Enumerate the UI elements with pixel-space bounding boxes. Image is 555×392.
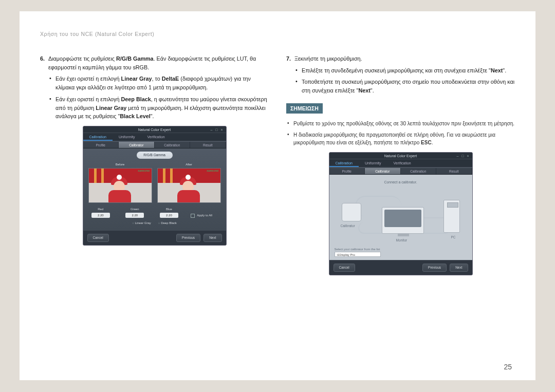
window-title: Natural Color Expert – □ ×	[83, 126, 226, 133]
red-gamma: Red2.20	[88, 207, 114, 218]
subtab-profile[interactable]: Profile	[329, 168, 365, 174]
subtab-calibration[interactable]: Calibration	[155, 142, 191, 148]
subtab-calibrator[interactable]: Calibrator	[365, 168, 401, 174]
after-image-box: After SAMSUNG	[157, 162, 221, 203]
window-controls-icon: – □ ×	[456, 153, 470, 159]
previous-button[interactable]: Previous	[422, 264, 447, 272]
gamma-values-row: Red2.20 Green2.20 Blue2.20 Apply to All	[88, 207, 221, 218]
connect-panel: Connect a calibrator. Calibrator Monitor…	[329, 175, 472, 260]
calibrator-label: Calibrator	[341, 223, 355, 229]
before-caption: Before	[88, 162, 152, 167]
subtab-calibration[interactable]: Calibration	[401, 168, 437, 174]
left-column: Διαμορφώστε τις ρυθμίσεις R/G/B Gamma. Ε…	[40, 54, 269, 275]
before-image-box: Before SAMSUNG	[88, 162, 152, 203]
red-gamma-input[interactable]: 2.20	[91, 213, 110, 218]
footer-buttons: Cancel Previous Next	[83, 230, 226, 245]
note-item-1: Ρυθμίστε το χρόνο της προθύλαξης οθόνης …	[286, 120, 515, 128]
pc-icon	[443, 200, 460, 233]
subtab-profile[interactable]: Profile	[83, 142, 119, 148]
green-gamma: Green2.20	[122, 207, 147, 218]
before-after-pair: Before SAMSUNG After	[88, 162, 221, 203]
step7-bullet-1: Επιλέξτε τη συνδεδεμένη συσκευή μικρορύθ…	[294, 66, 515, 75]
next-button[interactable]: Next	[203, 234, 221, 242]
step6-bullet-2: Εάν έχει οριστεί η επιλογή Deep Black, η…	[48, 95, 269, 121]
chapter-header: Χρήση του του NCE (Natural Color Expert)	[40, 31, 515, 37]
right-column: Ξεκινήστε τη μικρορύθμιση. Επιλέξτε τη σ…	[286, 54, 515, 275]
checkbox-icon[interactable]	[191, 214, 195, 218]
gray-options: Linear Gray Deep Black	[88, 221, 221, 226]
window-controls-icon: – □ ×	[210, 126, 224, 133]
connect-instruction: Connect a calibrator.	[335, 180, 467, 185]
previous-button[interactable]: Previous	[176, 234, 200, 242]
blue-gamma: Blue2.20	[157, 207, 182, 218]
samsung-logo: SAMSUNG	[138, 170, 150, 173]
cancel-button[interactable]: Cancel	[334, 264, 355, 272]
note-item-2: Η διαδικασία μικρορύθμισης θα πραγματοπο…	[286, 131, 515, 147]
step7-bullet-2: Τοποθετήστε τη συσκευή μικρορύθμισης στο…	[294, 78, 515, 95]
tab-verification[interactable]: Verification	[141, 133, 171, 141]
subtab-result[interactable]: Result	[436, 168, 472, 174]
subtab-calibrator[interactable]: Calibrator	[119, 142, 155, 148]
blue-gamma-input[interactable]: 2.20	[160, 213, 178, 218]
pc-label: PC	[451, 235, 455, 240]
subtab-result[interactable]: Result	[190, 142, 226, 148]
samsung-logo: SAMSUNG	[207, 170, 218, 173]
nce-connect-screenshot: Natural Color Expert – □ × Calibration U…	[329, 152, 473, 275]
after-caption: After	[157, 162, 221, 167]
tab-calibration[interactable]: Calibration	[329, 159, 359, 167]
tab-verification[interactable]: Verification	[387, 159, 417, 167]
step-6: Διαμορφώστε τις ρυθμίσεις R/G/B Gamma. Ε…	[40, 54, 269, 121]
sub-tabs: Profile Calibrator Calibration Result	[83, 141, 226, 148]
apply-all-option[interactable]: Apply to All	[191, 207, 220, 218]
tab-calibration[interactable]: Calibration	[83, 133, 113, 141]
note-badge: ΣΗΜΕΙΩΣΗ	[286, 103, 323, 114]
gamma-panel: R/G/B Gamma Before SAMSUNG After	[83, 148, 226, 230]
calibrator-select[interactable]: i1Display Pro	[335, 252, 381, 257]
cancel-button[interactable]: Cancel	[87, 234, 109, 242]
connection-diagram: Calibrator Monitor PC	[335, 189, 467, 245]
linear-gray-radio[interactable]: Linear Gray	[132, 221, 151, 226]
before-thumbnail: SAMSUNG	[88, 168, 152, 203]
gamma-mode-pill[interactable]: R/G/B Gamma	[137, 152, 173, 159]
monitor-label: Monitor	[396, 238, 408, 243]
main-tabs: Calibration Uniformity Verification	[83, 133, 226, 141]
deep-black-radio[interactable]: Deep Black	[158, 221, 177, 226]
tab-uniformity[interactable]: Uniformity	[113, 133, 141, 141]
calibrator-icon	[342, 203, 361, 221]
tab-uniformity[interactable]: Uniformity	[359, 159, 387, 167]
columns: Διαμορφώστε τις ρυθμίσεις R/G/B Gamma. Ε…	[40, 54, 515, 275]
document-page: Χρήση του του NCE (Natural Color Expert)…	[20, 11, 535, 380]
step-7: Ξεκινήστε τη μικρορύθμιση. Επιλέξτε τη σ…	[286, 54, 515, 95]
sub-tabs-2: Profile Calibrator Calibration Result	[329, 167, 472, 175]
calibrator-select-row: Select your calibrator from the list i1D…	[335, 247, 467, 257]
window-title-2: Natural Color Expert – □ ×	[329, 153, 472, 159]
green-gamma-input[interactable]: 2.20	[125, 213, 144, 218]
monitor-icon	[382, 207, 424, 234]
main-tabs-2: Calibration Uniformity Verification	[329, 159, 472, 167]
footer-buttons-2: Cancel Previous Next	[329, 260, 472, 275]
after-thumbnail: SAMSUNG	[157, 168, 221, 203]
next-button[interactable]: Next	[450, 264, 468, 272]
page-number: 25	[504, 363, 512, 371]
select-label: Select your calibrator from the list	[335, 247, 467, 252]
nce-gamma-screenshot: Natural Color Expert – □ × Calibration U…	[83, 126, 227, 246]
step6-bullet-1: Εάν έχει οριστεί η επιλογή Linear Gray, …	[48, 74, 269, 91]
note-block: Ρυθμίστε το χρόνο της προθύλαξης οθόνης …	[286, 120, 515, 147]
